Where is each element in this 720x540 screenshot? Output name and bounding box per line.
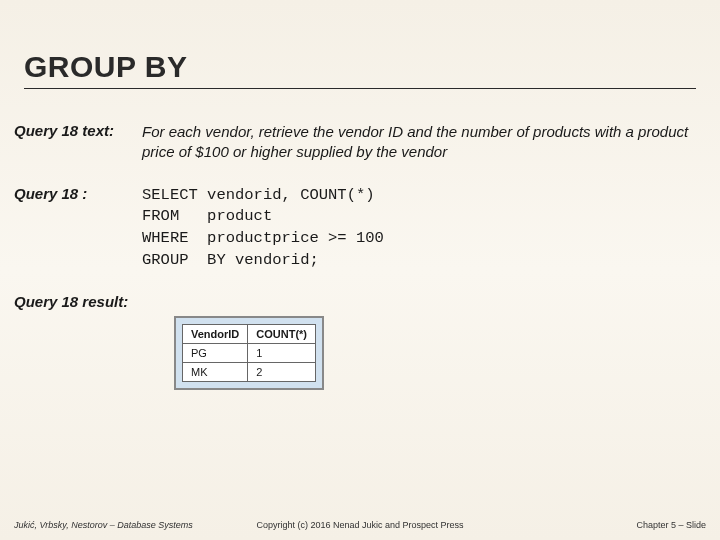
table-header-row: VendorID COUNT(*) xyxy=(183,325,316,344)
query-text-row: Query 18 text: For each vendor, retrieve… xyxy=(14,122,706,163)
table-row: MK 2 xyxy=(183,363,316,382)
query-text-label: Query 18 text: xyxy=(14,122,142,139)
footer-center: Copyright (c) 2016 Nenad Jukic and Prosp… xyxy=(256,520,463,530)
sql-line-1: SELECT vendorid, COUNT(*) xyxy=(142,186,375,204)
sql-line-2: FROM product xyxy=(142,207,272,225)
table-cell: 1 xyxy=(248,344,316,363)
table-cell: MK xyxy=(183,363,248,382)
sql-line-4: GROUP BY vendorid; xyxy=(142,251,319,269)
table-cell: PG xyxy=(183,344,248,363)
slide-title: GROUP BY xyxy=(24,50,696,89)
footer-left: Jukić, Vrbsky, Nestorov – Database Syste… xyxy=(14,520,193,530)
table-header-cell: COUNT(*) xyxy=(248,325,316,344)
table-row: PG 1 xyxy=(183,344,316,363)
table-cell: 2 xyxy=(248,363,316,382)
slide-content: Query 18 text: For each vendor, retrieve… xyxy=(14,122,706,394)
query-result-label: Query 18 result: xyxy=(14,293,142,310)
query-result-area: VendorID COUNT(*) PG 1 MK 2 xyxy=(174,316,706,394)
query-sql-code: SELECT vendorid, COUNT(*) FROM product W… xyxy=(142,185,384,272)
query-result-row: Query 18 result: xyxy=(14,293,706,310)
query-sql-row: Query 18 : SELECT vendorid, COUNT(*) FRO… xyxy=(14,185,706,272)
result-table: VendorID COUNT(*) PG 1 MK 2 xyxy=(182,324,316,382)
footer-right: Chapter 5 – Slide xyxy=(636,520,706,530)
slide-footer: Jukić, Vrbsky, Nestorov – Database Syste… xyxy=(14,520,706,530)
sql-line-3: WHERE productprice >= 100 xyxy=(142,229,384,247)
query-text-body: For each vendor, retrieve the vendor ID … xyxy=(142,122,706,163)
result-table-wrap: VendorID COUNT(*) PG 1 MK 2 xyxy=(174,316,324,390)
table-header-cell: VendorID xyxy=(183,325,248,344)
query-sql-label: Query 18 : xyxy=(14,185,142,202)
